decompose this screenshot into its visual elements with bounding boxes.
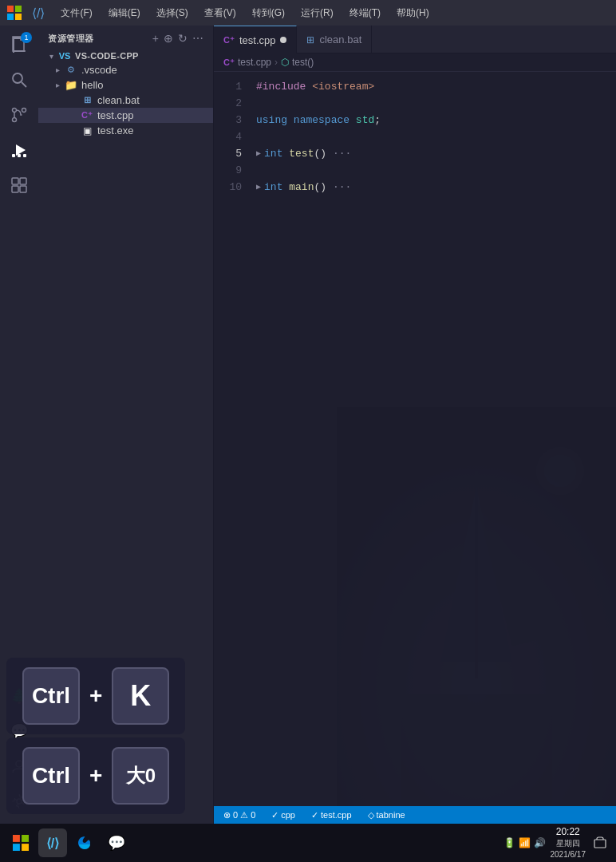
menu-terminal[interactable]: 终端(T)	[343, 5, 387, 22]
svg-rect-18	[20, 178, 26, 184]
warning-icon: ⚠	[240, 810, 248, 820]
menu-run[interactable]: 运行(R)	[294, 5, 340, 22]
vscode-folder-icon: VS	[57, 51, 72, 61]
fold-arrow-main[interactable]: ▶	[256, 179, 261, 196]
token-ellipsis-test: ···	[326, 145, 351, 162]
token-sp3	[349, 112, 356, 129]
svg-rect-34	[22, 844, 29, 851]
svg-line-9	[22, 82, 26, 87]
tab-cpp-icon: C⁺	[223, 35, 235, 45]
taskbar-clock[interactable]: 20:22 星期四 2021/6/17	[551, 825, 586, 861]
activity-search[interactable]	[3, 64, 35, 96]
tab-testcpp[interactable]: C⁺ test.cpp	[214, 26, 297, 53]
tabnine-label: tabnine	[377, 810, 405, 820]
svg-rect-16	[18, 154, 21, 157]
token-fn-main: main	[289, 179, 314, 196]
code-line-5: ▶ int test () ···	[256, 145, 616, 162]
tree-cleanbat[interactable]: ▸ ⊞ clean.bat	[38, 93, 213, 108]
activity-run-debug[interactable]	[3, 134, 35, 166]
fold-arrow-test[interactable]: ▶	[256, 145, 261, 162]
tab-cleanbat[interactable]: ⊞ clean.bat	[297, 26, 372, 53]
token-sp4	[282, 145, 289, 162]
taskbar-edge[interactable]	[70, 828, 99, 857]
zero-key: 大0	[112, 747, 169, 805]
svg-rect-17	[12, 178, 18, 184]
status-tabnine[interactable]: ◇ tabnine	[365, 806, 409, 824]
k-label: K	[130, 679, 151, 713]
token-semi: ;	[374, 112, 381, 129]
breadcrumb-function[interactable]: test()	[292, 57, 314, 68]
sidebar-header: 资源管理器 + ⊕ ↻ ⋯	[38, 26, 213, 49]
project-name-label: VS-CODE-CPP	[75, 51, 213, 61]
files-badge: 1	[21, 32, 32, 43]
status-errors[interactable]: ⊗ 0 ⚠ 0	[220, 806, 259, 824]
breadcrumb-sep: ›	[274, 57, 278, 68]
lang-label: cpp	[281, 810, 295, 820]
ctrl-label-2: Ctrl	[32, 763, 70, 789]
tab-testcpp-label: test.cpp	[239, 34, 276, 46]
cpp-file-icon: C⁺	[80, 110, 94, 121]
tree-project-root[interactable]: ▾ VS VS-CODE-CPP	[38, 49, 213, 62]
taskbar-wechat[interactable]: 💬	[102, 828, 131, 857]
code-content[interactable]: #include <iostream> using namespace std …	[250, 72, 616, 806]
token-sp5	[282, 179, 289, 196]
shortcut-overlay: Ctrl + K Ctrl + 大0	[6, 658, 185, 814]
tree-vscode-folder[interactable]: ▸ ⚙ .vscode	[38, 62, 213, 77]
svg-rect-35	[594, 840, 606, 848]
tab-unsaved-dot	[280, 37, 286, 43]
menu-select[interactable]: 选择(S)	[150, 5, 195, 22]
status-cpp[interactable]: ✓ cpp	[268, 806, 298, 824]
taskbar-start[interactable]	[6, 828, 35, 857]
activity-files[interactable]: 1	[3, 29, 35, 61]
sidebar-new-folder[interactable]: ⊕	[164, 32, 173, 45]
vscode-logo-icon: ⟨/⟩	[32, 6, 45, 21]
menu-view[interactable]: 查看(V)	[198, 5, 243, 22]
editor-area: C⁺ test.cpp ⊞ clean.bat C⁺ test.cpp › ⬡ …	[214, 26, 616, 824]
shortcut-ctrl-k: Ctrl + K	[6, 658, 185, 734]
chevron-down-icon: ▾	[45, 52, 57, 61]
cleanbat-name: clean.bat	[97, 94, 213, 106]
breadcrumb: C⁺ test.cpp › ⬡ test()	[214, 53, 616, 72]
breadcrumb-file[interactable]: test.cpp	[238, 57, 271, 68]
error-icon: ⊗	[223, 810, 231, 820]
shortcut-ctrl-0: Ctrl + 大0	[6, 737, 185, 814]
menu-edit[interactable]: 编辑(E)	[102, 5, 147, 22]
menu-file[interactable]: 文件(F)	[54, 5, 98, 22]
line-numbers: 1 2 3 4 5 9 10	[214, 72, 250, 806]
clock-date: 2021/6/17	[551, 849, 586, 860]
vscode-config-icon: ⚙	[64, 65, 78, 75]
svg-point-11	[22, 109, 26, 113]
check-icon-2: ✓	[311, 810, 318, 820]
token-space	[306, 78, 312, 95]
tabnine-icon: ◇	[368, 810, 374, 820]
activity-extensions[interactable]	[3, 169, 35, 201]
windows-logo[interactable]	[6, 5, 22, 21]
tab-bat-icon: ⊞	[306, 34, 314, 45]
menu-bar: ⟨/⟩ 文件(F) 编辑(E) 选择(S) 查看(V) 转到(G) 运行(R) …	[0, 0, 616, 26]
activity-source-control[interactable]	[3, 99, 35, 131]
sidebar-refresh[interactable]: ↻	[178, 32, 188, 45]
svg-point-10	[13, 109, 17, 113]
tree-testexe[interactable]: ▸ ▣ test.exe	[38, 123, 213, 138]
hello-folder-name: hello	[81, 79, 213, 91]
taskbar-notification[interactable]	[590, 833, 610, 852]
tree-hello-folder[interactable]: ▸ 📁 hello	[38, 77, 213, 93]
clock-day: 星期四	[551, 838, 586, 849]
ctrl-label-1: Ctrl	[32, 683, 70, 709]
sidebar-new-file[interactable]: +	[152, 32, 159, 45]
svg-rect-20	[20, 186, 26, 192]
status-bar: ⊗ 0 ⚠ 0 ✓ cpp ✓ test.cpp ◇ tabnine	[214, 806, 616, 824]
status-testcpp[interactable]: ✓ test.cpp	[308, 806, 355, 824]
menu-help[interactable]: 帮助(H)	[390, 5, 436, 22]
taskbar-vscode[interactable]: ⟨/⟩	[38, 828, 67, 857]
token-int-main: int	[264, 179, 282, 196]
file-label: test.cpp	[321, 810, 352, 820]
chevron-right-icon: ▸	[51, 65, 64, 74]
menu-goto[interactable]: 转到(G)	[246, 5, 291, 22]
sidebar-collapse[interactable]: ⋯	[192, 32, 203, 45]
svg-marker-13	[16, 144, 26, 156]
ctrl-key-1: Ctrl	[22, 667, 80, 725]
code-editor[interactable]: 1 2 3 4 5 9 10 #include <iostream>	[214, 72, 616, 806]
k-key: K	[112, 667, 169, 725]
tree-testcpp[interactable]: ▸ C⁺ test.cpp	[38, 108, 213, 123]
